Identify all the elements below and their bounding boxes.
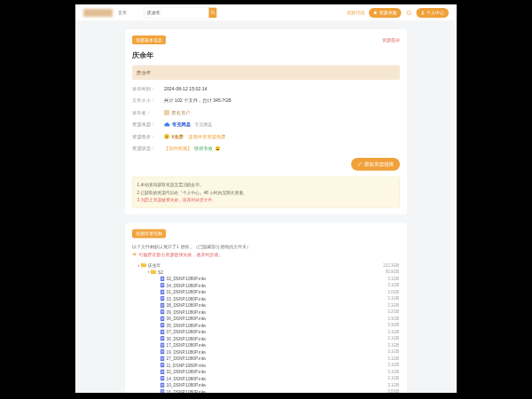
page-content: 资源基本信息 资源投诉 庆余年 庆余年 发布时间： 2024-08-12 15:… — [75, 21, 457, 393]
tree-file-row: 09_DSNP.1080P.mkv3.2GB — [132, 309, 400, 316]
tree-file-row: 05_DSNP.1080P.mkv3.3GB — [132, 322, 400, 329]
file-icon — [160, 363, 165, 368]
tree-item-size: 3.1GB — [387, 330, 400, 334]
tree-file-row: 14_DSNP.1080P.mkv3.1GB — [132, 375, 400, 382]
directory-hint-1: 以下文件树默认展开了1 层级，（已隐藏部分层级的文件夹） — [132, 243, 400, 249]
file-icon — [160, 316, 165, 321]
desktop-background: 首页 资源代找 资源求助 — [0, 0, 532, 399]
folder-icon — [141, 263, 146, 268]
tree-item-name: 03_DSNP.1080P.mkv — [167, 296, 207, 301]
tongue-face-emoji — [215, 146, 221, 152]
tree-file-row: 03_DSNP.1080P.mkv3.1GB — [132, 295, 400, 302]
star-icon — [373, 11, 378, 15]
tree-item-size: 3.1GB — [387, 283, 400, 287]
tree-file-row: 19_DSNP.1080P.mkv3.1GB — [132, 348, 400, 356]
file-icon — [160, 309, 165, 315]
coin-icon: ¥ — [164, 134, 169, 139]
tree-file-row: 06_DSNP.1080P.mkv3.3GB — [132, 315, 400, 322]
file-icon — [160, 342, 165, 348]
file-icon — [160, 296, 165, 301]
tree-item-size: 3.3GB — [387, 323, 400, 327]
user-icon — [421, 11, 426, 15]
tree-file-row: 08_DSNP.1080P.mkv3.3GB — [132, 301, 400, 309]
tree-item-name: 05_DSNP.1080P.mkv — [167, 323, 207, 328]
search-button[interactable] — [209, 8, 217, 19]
search-input[interactable] — [145, 8, 209, 19]
tree-item-name: 27_DSNP.1080P.mkv — [167, 356, 207, 361]
profile-button[interactable]: 个人中心 — [417, 8, 450, 18]
file-icon — [160, 276, 165, 281]
resource-subtitle-box: 庆余年 — [132, 66, 400, 81]
tree-item-size: 3.3GB — [387, 317, 400, 321]
tree-item-name: 10_DSNP.1080P.mkv — [167, 382, 207, 387]
file-icon — [160, 356, 165, 361]
notice-box: 1.本站查询获取资源无需消耗金币。 2.已获取的资源可以在「个人中心」48 小时… — [132, 177, 400, 208]
tree-item-size: 3.1GB — [387, 343, 400, 348]
search-icon — [210, 11, 215, 16]
page-title: 庆余年 — [132, 51, 400, 60]
link-icon — [357, 162, 363, 168]
bell-icon[interactable] — [406, 10, 412, 16]
directory-badge: 资源目录结构 — [132, 229, 166, 238]
tree-item-name: 庆余年 — [148, 262, 160, 269]
tree-file-row: 30_DSNP.1080P.mkv3.1GB — [132, 335, 400, 342]
tree-item-name: 32_DSNP.1080P.mkv — [167, 369, 207, 374]
file-icon — [160, 323, 165, 328]
tree-file-row: 11_DSNP.1080P.mkv3.1GB — [132, 362, 400, 369]
tree-item-name: 02_DSNP.1080P.mkv — [167, 276, 207, 281]
file-icon — [160, 302, 165, 308]
tree-file-row: 17_DSNP.1080P.mkv3.1GB — [132, 341, 400, 348]
tree-item-name: 07_DSNP.1080P.mkv — [167, 329, 207, 334]
megaphone-icon — [132, 252, 137, 257]
tree-item-size: 213.3GB — [383, 263, 400, 268]
tree-item-size: 3.1GB — [387, 363, 400, 367]
info-row-source: 资源来源： 夸克网盘 夸克网盘 — [132, 121, 400, 128]
info-row-status: 资源状态： 【实时检测】 链接有效 — [132, 145, 400, 152]
get-resource-link-button[interactable]: 获取资源链接 — [351, 158, 400, 171]
directory-card: 资源目录结构 以下文件树默认展开了1 层级，（已隐藏部分层级的文件夹） 可能存在… — [125, 223, 407, 393]
tree-item-size: 3.1GB — [387, 370, 400, 374]
file-icon — [160, 376, 165, 381]
notice-line-1: 1.本站查询获取资源无需消耗金币。 — [137, 182, 395, 189]
tree-item-size: 3.3GB — [387, 303, 400, 308]
tree-item-name: 30_DSNP.1080P.mkv — [167, 336, 207, 341]
tree-item-size: 3.1GB — [387, 383, 400, 387]
tree-item-name: 01_DSNP.1080P.mkv — [167, 289, 207, 294]
tree-file-row: 10_DSNP.1080P.mkv3.1GB — [132, 381, 400, 388]
file-tree: ▾庆余年213.3GB▾S293.9GB02_DSNP.1080P.mkv3.1… — [132, 262, 400, 393]
notice-line-3: 3.为防止资源链接失效，请及时转存文件。 — [137, 196, 395, 203]
search-bar — [144, 7, 217, 19]
folder-icon — [151, 270, 156, 274]
tree-item-name: 08_DSNP.1080P.mkv — [167, 302, 207, 308]
file-icon — [160, 349, 165, 355]
tree-folder-row[interactable]: ▾S293.9GB — [132, 269, 400, 276]
file-icon — [160, 336, 165, 341]
directory-hint-2: 可能存在部分资源链接失效，请及时反馈。 — [132, 251, 400, 257]
info-row-publish-time: 发布时间： 2024-08-12 15:02:14 — [132, 86, 400, 92]
site-header: 首页 资源代找 资源求助 — [75, 4, 457, 21]
resource-find-link[interactable]: 资源代找 — [347, 10, 364, 16]
tree-file-row: 04_DSNP.1080P.mkv3.1GB — [132, 282, 400, 289]
tree-item-name: 06_DSNP.1080P.mkv — [167, 316, 207, 321]
quark-cloud-icon — [164, 122, 170, 127]
tree-item-size: 3.0GB — [387, 389, 400, 393]
header-actions: 资源代找 资源求助 个人中心 — [347, 8, 449, 18]
tree-item-name: 17_DSNP.1080P.mkv — [167, 342, 207, 348]
site-logo[interactable] — [83, 9, 113, 17]
tree-file-row: 01_DSNP.1080P.mkv3.0GB — [132, 288, 400, 295]
tree-item-name: 11_DSNP.1080P.mkv — [167, 363, 207, 368]
browser-page: 首页 资源代找 资源求助 — [75, 4, 457, 393]
tree-item-size: 3.1GB — [387, 376, 400, 380]
notice-line-2: 2.已获取的资源可以在「个人中心」48 小时内无限次查看。 — [137, 189, 395, 196]
tree-folder-row[interactable]: ▾庆余年213.3GB — [132, 262, 400, 269]
tree-item-name: 14_DSNP.1080P.mkv — [167, 376, 207, 381]
tree-item-size: 93.9GB — [386, 270, 400, 274]
file-icon — [160, 382, 165, 387]
resource-complaint-link[interactable]: 资源投诉 — [382, 37, 400, 43]
nav-home-link[interactable]: 首页 — [118, 10, 127, 16]
tree-file-row: 02_DSNP.1080P.mkv3.1GB — [132, 275, 400, 282]
info-row-publisher: 发布者： 匿名用户 — [132, 110, 400, 116]
file-icon — [160, 329, 165, 334]
tree-file-row: 27_DSNP.1080P.mkv3.1GB — [132, 355, 400, 362]
resource-request-button[interactable]: 资源求助 — [369, 8, 402, 18]
